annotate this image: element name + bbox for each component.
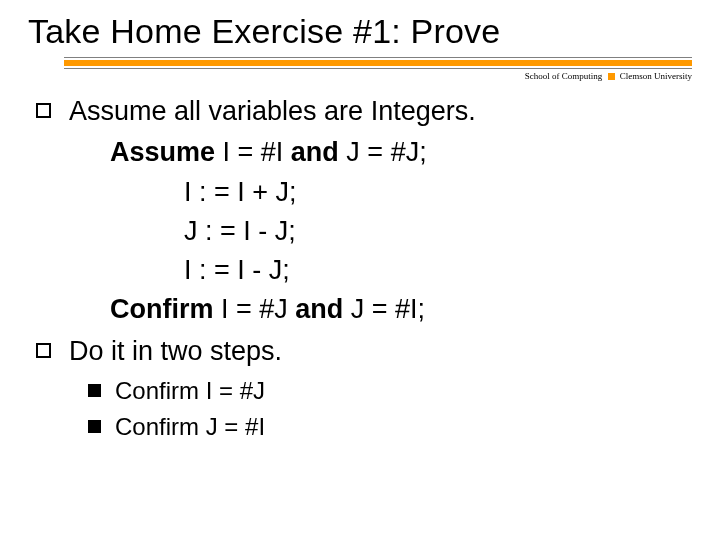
kw-assume: Assume	[110, 137, 215, 167]
kw-and: and	[291, 137, 339, 167]
bullet-text: Do it in two steps.	[69, 333, 282, 369]
affiliation-left: School of Computing	[525, 71, 603, 81]
code-block: Assume I = #I and J = #J; I : = I + J; J…	[110, 133, 692, 329]
code-text: I = #I	[215, 137, 291, 167]
kw-and: and	[295, 294, 343, 324]
bullet-text: Assume all variables are Integers.	[69, 93, 476, 129]
list-item: Confirm I = #J	[88, 374, 692, 408]
affiliation-right: Clemson University	[620, 71, 692, 81]
affiliation: School of Computing Clemson University	[28, 71, 692, 81]
code-line: Confirm I = #J and J = #I;	[110, 290, 692, 329]
code-text: I = #J	[214, 294, 296, 324]
outline-square-icon	[36, 343, 51, 358]
sub-bullet-text: Confirm I = #J	[115, 374, 265, 408]
page-title: Take Home Exercise #1: Prove	[28, 12, 692, 51]
title-divider	[64, 57, 692, 69]
code-text: J = #I;	[343, 294, 425, 324]
list-item: Confirm J = #I	[88, 410, 692, 444]
list-item: Assume all variables are Integers.	[36, 93, 692, 129]
code-text: J = #J;	[339, 137, 427, 167]
code-line: J : = I - J;	[110, 212, 692, 251]
kw-confirm: Confirm	[110, 294, 214, 324]
filled-square-icon	[88, 420, 101, 433]
code-line: Assume I = #I and J = #J;	[110, 133, 692, 172]
slide: Take Home Exercise #1: Prove School of C…	[0, 0, 720, 540]
content: Assume all variables are Integers. Assum…	[28, 93, 692, 444]
sub-bullet-text: Confirm J = #I	[115, 410, 265, 444]
code-line: I : = I + J;	[110, 173, 692, 212]
list-item: Do it in two steps.	[36, 333, 692, 369]
outline-square-icon	[36, 103, 51, 118]
square-icon	[608, 73, 615, 80]
code-line: I : = I - J;	[110, 251, 692, 290]
filled-square-icon	[88, 384, 101, 397]
